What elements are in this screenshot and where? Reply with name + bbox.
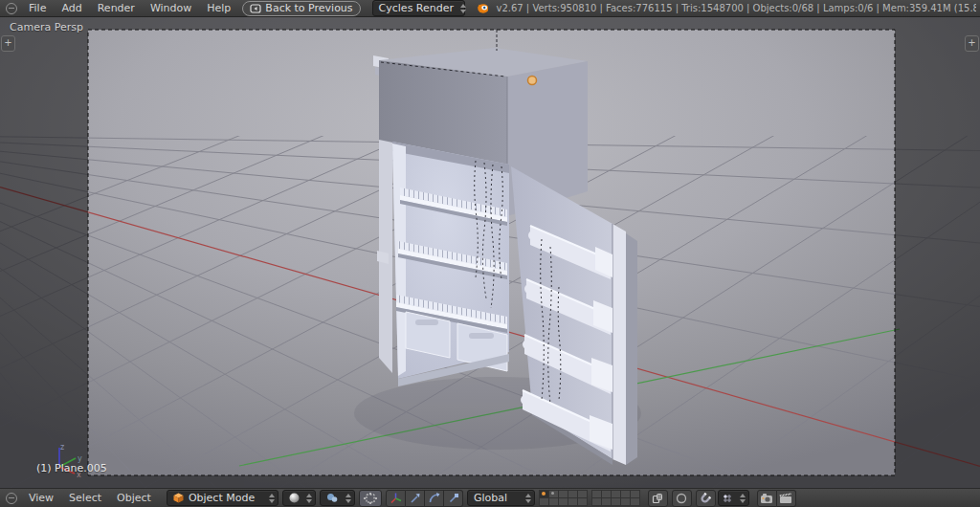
menu-help[interactable]: Help (199, 2, 238, 14)
scene-statistics: v2.67 | Verts:950810 | Faces:776115 | Tr… (496, 3, 976, 13)
back-button-label: Back to Previous (265, 2, 352, 14)
properties-shelf-toggle-button[interactable]: + (965, 35, 979, 52)
render-still-button[interactable] (757, 490, 777, 507)
mode-value: Object Mode (189, 492, 255, 504)
updown-arrows-icon (740, 494, 746, 503)
object-mode-cube-icon (173, 493, 184, 503)
manipulator-icon (364, 493, 377, 504)
render-camera-icon (760, 493, 773, 504)
layers-grid-2 (592, 491, 640, 506)
menu-add[interactable]: Add (54, 2, 89, 14)
gizmo-z-label: z (60, 443, 64, 452)
menu-render[interactable]: Render (90, 2, 143, 14)
viewport-3d[interactable]: z y x Camera Persp (1) Plane.005 + + (0, 0, 980, 507)
editor-type-button[interactable] (6, 3, 17, 14)
blender-logo-icon (477, 2, 489, 14)
render-animation-button[interactable] (777, 490, 796, 507)
transform-manipulator-group (386, 490, 463, 507)
layer-15-cell[interactable] (577, 497, 588, 506)
translate-manipulator-button[interactable] (406, 490, 425, 507)
render-engine-select[interactable]: Cycles Render (372, 0, 465, 16)
updown-arrows-icon (460, 4, 466, 13)
cursor-3d (528, 77, 537, 85)
snap-element-select[interactable] (718, 490, 749, 506)
transform-orientation-select[interactable]: Global (467, 490, 535, 506)
updown-arrows-icon (269, 494, 275, 503)
rotate-manipulator-button[interactable] (425, 490, 444, 507)
back-window-icon (250, 4, 261, 13)
scale-manipulator-button[interactable] (444, 490, 463, 507)
axes-tripod-icon (390, 492, 402, 504)
translate-arrow-icon (409, 492, 421, 504)
menu-select[interactable]: Select (61, 492, 109, 504)
magnet-icon (700, 493, 711, 504)
manipulator-axes-button[interactable] (386, 490, 406, 507)
rotate-arc-icon (428, 492, 440, 504)
toolshelf-toggle-button[interactable]: + (1, 35, 15, 52)
render-buttons-group (757, 490, 796, 507)
layer-20-cell[interactable] (630, 497, 640, 506)
back-to-previous-button[interactable]: Back to Previous (242, 1, 360, 16)
mode-select[interactable]: Object Mode (167, 490, 278, 506)
engine-value: Cycles Render (379, 2, 454, 14)
info-header-bar: File Add Render Window Help Back to Prev… (0, 0, 980, 17)
clapperboard-icon (779, 493, 792, 504)
proportional-edit-button[interactable] (672, 490, 692, 507)
scene-lock-icon (652, 493, 663, 504)
scene-lock-button[interactable] (648, 490, 668, 507)
pivot-point-select[interactable] (320, 490, 355, 506)
viewport-shading-select[interactable] (282, 490, 316, 506)
menu-file[interactable]: File (21, 2, 54, 14)
shading-sphere-icon (289, 493, 300, 503)
manipulator-toggle-button[interactable] (359, 490, 382, 507)
menu-view[interactable]: View (21, 492, 61, 504)
view-mode-label: Camera Persp (10, 21, 83, 33)
proportional-circle-icon (676, 493, 687, 504)
pivot-spheres-icon (326, 493, 339, 503)
orientation-value: Global (474, 492, 507, 504)
editor-type-button-3dview[interactable] (6, 493, 17, 504)
viewport-header-bar: View Select Object Object Mode (0, 488, 980, 507)
updown-arrows-icon (345, 494, 351, 503)
updown-arrows-icon (306, 494, 312, 503)
layers-grid-1 (540, 491, 588, 506)
active-object-label: (1) Plane.005 (36, 462, 107, 474)
snap-toggle-button[interactable] (696, 490, 716, 507)
updown-arrows-icon (525, 494, 531, 503)
scale-arrow-icon (447, 492, 459, 504)
menu-window[interactable]: Window (143, 2, 199, 14)
snap-increment-icon (722, 493, 733, 504)
menu-object[interactable]: Object (109, 492, 159, 504)
